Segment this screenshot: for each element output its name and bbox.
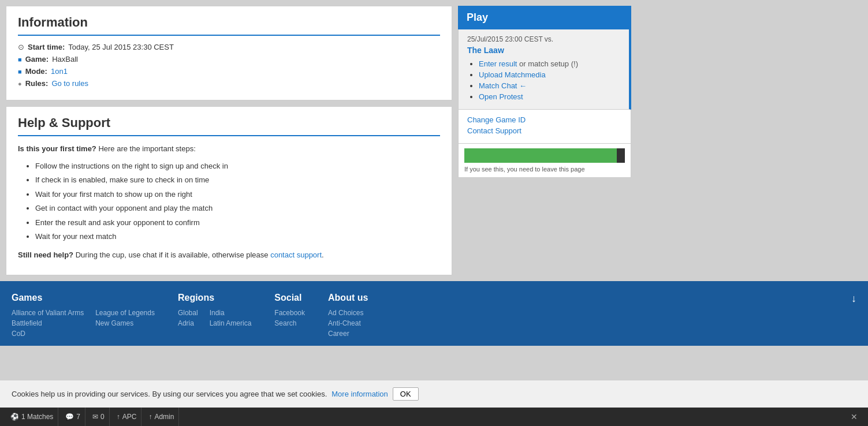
play-title: Play bbox=[467, 12, 488, 23]
clock-icon: ⊙ bbox=[18, 43, 24, 51]
contact-support-side-link[interactable]: Contact Support bbox=[467, 126, 622, 135]
footer-link[interactable]: League of Legends bbox=[95, 309, 155, 317]
list-item: Follow the instructions on the right to … bbox=[35, 160, 440, 172]
right-panel: Play 25/Jul/2015 23:00 CEST vs. The Laaw… bbox=[458, 6, 631, 275]
match-chat-link[interactable]: Match Chat ← bbox=[479, 81, 527, 90]
first-time-label: Is this your first time? bbox=[18, 144, 96, 153]
contact-suffix: . bbox=[322, 251, 324, 259]
footer-link[interactable]: Anti-Cheat bbox=[328, 319, 368, 327]
list-item: Enter the result and ask your opponent t… bbox=[35, 217, 440, 229]
footer-link[interactable]: New Games bbox=[95, 319, 155, 327]
rules-label: Rules: bbox=[25, 79, 49, 88]
match-date: 25/Jul/2015 23:00 CEST vs. bbox=[467, 35, 620, 43]
mode-row: ■ Mode: 1on1 bbox=[18, 67, 440, 76]
list-item: Match Chat ← bbox=[479, 81, 620, 90]
mode-icon: ■ bbox=[18, 68, 22, 75]
rules-link[interactable]: Go to rules bbox=[51, 79, 88, 88]
first-time-para: Is this your first time? Here are the im… bbox=[18, 143, 440, 155]
game-row: ■ Game: HaxBall bbox=[18, 55, 440, 63]
information-card: Information ⊙ Start time: Today, 25 Jul … bbox=[6, 6, 452, 100]
game-label: Game: bbox=[25, 55, 49, 63]
enter-result-extra: or match setup (!) bbox=[517, 59, 578, 68]
footer-columns: Games Alliance of Valiant Arms Battlefie… bbox=[12, 293, 856, 340]
footer-link[interactable]: CoD bbox=[12, 330, 84, 338]
start-time-value: Today, 25 Jul 2015 23:30 CEST bbox=[68, 43, 174, 51]
footer-games-col: Games Alliance of Valiant Arms Battlefie… bbox=[12, 293, 155, 340]
progress-note: If you see this, you need to leave this … bbox=[464, 166, 625, 173]
help-title: Help & Support bbox=[18, 115, 440, 136]
rules-icon: ● bbox=[18, 80, 22, 87]
start-time-row: ⊙ Start time: Today, 25 Jul 2015 23:30 C… bbox=[18, 43, 440, 51]
footer-link[interactable]: Search bbox=[274, 319, 305, 327]
contact-support-link[interactable]: contact support bbox=[270, 251, 322, 259]
list-item: Enter result or match setup (!) bbox=[479, 59, 620, 68]
start-time-label: Start time: bbox=[28, 43, 65, 51]
footer-social-title: Social bbox=[274, 293, 305, 303]
steps-list: Follow the instructions on the right to … bbox=[35, 160, 440, 242]
arrow-icon: ← bbox=[517, 81, 527, 90]
footer-link[interactable]: Battlefield bbox=[12, 319, 84, 327]
scroll-down-icon[interactable]: ↓ bbox=[851, 293, 856, 340]
footer-link[interactable]: Adria bbox=[178, 319, 198, 327]
mode-label: Mode: bbox=[25, 67, 47, 76]
play-header: Play bbox=[458, 6, 631, 29]
still-need-text: During the cup, use chat if it is availa… bbox=[73, 251, 270, 259]
footer-about-col: About us Ad Choices Anti-Cheat Career bbox=[328, 293, 368, 340]
list-item: If check in is enabled, make sure to che… bbox=[35, 174, 440, 186]
upload-matchmedia-link[interactable]: Upload Matchmedia bbox=[479, 70, 546, 79]
change-game-id-link[interactable]: Change Game ID bbox=[467, 115, 622, 124]
footer-about-title: About us bbox=[328, 293, 368, 303]
information-title: Information bbox=[18, 15, 440, 36]
progress-bar-inner bbox=[464, 148, 617, 163]
still-need-para: Still need help? During the cup, use cha… bbox=[18, 249, 440, 261]
footer-link[interactable]: Career bbox=[328, 330, 368, 338]
help-support-card: Help & Support Is this your first time? … bbox=[6, 106, 452, 275]
match-card: 25/Jul/2015 23:00 CEST vs. The Laaw Ente… bbox=[458, 29, 631, 110]
rules-row: ● Rules: Go to rules bbox=[18, 79, 440, 88]
footer-regions-col: Regions Global Adria India Latin America bbox=[178, 293, 251, 340]
footer-link[interactable]: Alliance of Valiant Arms bbox=[12, 309, 84, 317]
progress-bar-outer bbox=[464, 148, 625, 163]
match-links-list: Enter result or match setup (!) Upload M… bbox=[479, 59, 620, 101]
match-opponent: The Laaw bbox=[467, 46, 620, 55]
mode-value-link[interactable]: 1on1 bbox=[51, 67, 68, 76]
footer-link[interactable]: Latin America bbox=[210, 319, 252, 327]
still-need-label: Still need help? bbox=[18, 251, 73, 259]
open-protest-link[interactable]: Open Protest bbox=[479, 92, 523, 101]
footer-link[interactable]: India bbox=[210, 309, 252, 317]
list-item: Open Protest bbox=[479, 92, 620, 101]
game-value: HaxBall bbox=[52, 55, 78, 63]
footer: Games Alliance of Valiant Arms Battlefie… bbox=[0, 281, 868, 346]
list-item: Upload Matchmedia bbox=[479, 70, 620, 79]
list-item: Get in contact with your opponent and pl… bbox=[35, 203, 440, 214]
side-links: Change Game ID Contact Support bbox=[458, 110, 631, 144]
progress-container: If you see this, you need to leave this … bbox=[458, 144, 631, 178]
first-time-text: Here are the important steps: bbox=[96, 144, 196, 153]
footer-regions-title: Regions bbox=[178, 293, 251, 303]
list-item: Wait for your next match bbox=[35, 231, 440, 242]
footer-link[interactable]: Ad Choices bbox=[328, 309, 368, 317]
enter-result-link[interactable]: Enter result or match setup (!) bbox=[479, 59, 578, 68]
game-icon: ■ bbox=[18, 56, 22, 63]
footer-link[interactable]: Global bbox=[178, 309, 198, 317]
footer-social-col: Social Facebook Search bbox=[274, 293, 305, 340]
footer-link[interactable]: Facebook bbox=[274, 309, 305, 317]
list-item: Wait for your first match to show up on … bbox=[35, 189, 440, 200]
footer-games-title: Games bbox=[12, 293, 155, 303]
